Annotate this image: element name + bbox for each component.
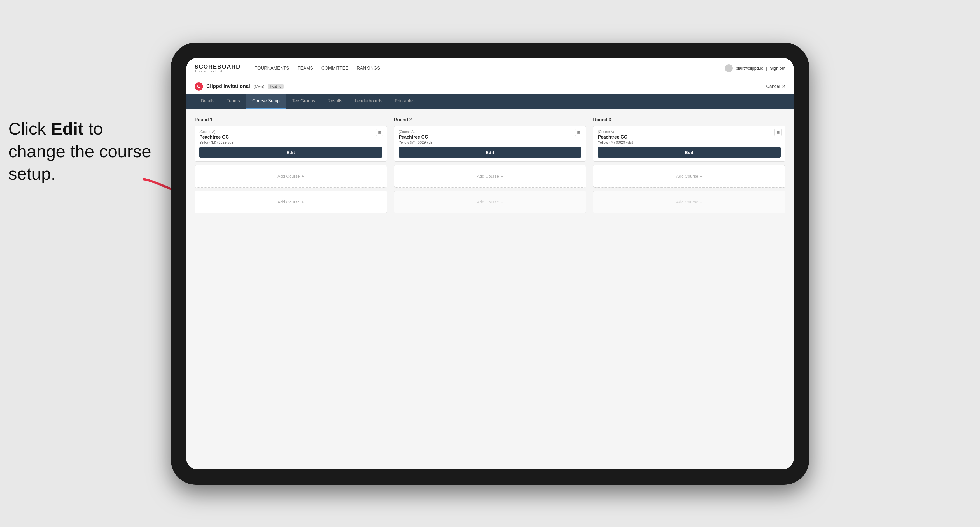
plus-icon-r3-1: + — [700, 174, 703, 179]
round-2-add-course-2: Add Course + — [394, 191, 586, 213]
plus-icon-r2-1: + — [501, 174, 503, 179]
tab-details[interactable]: Details — [195, 94, 221, 109]
nav-links: TOURNAMENTS TEAMS COMMITTEE RANKINGS — [255, 66, 714, 71]
tablet-shell: SCOREBOARD Powered by clippd TOURNAMENTS… — [171, 43, 809, 485]
round-1-course-detail: Yellow (M) (6629 yds) — [199, 140, 382, 144]
close-icon: ✕ — [782, 84, 785, 89]
sub-header-left: C Clippd Invitational (Men) Hosting — [195, 82, 284, 90]
top-navigation: SCOREBOARD Powered by clippd TOURNAMENTS… — [186, 58, 794, 79]
nav-user-area: blair@clippd.io | Sign out — [725, 64, 785, 72]
rounds-grid: Round 1 ⊟ (Course A) Peachtree GC Yellow… — [195, 117, 785, 217]
plus-icon-r3-2: + — [700, 200, 703, 204]
round-3-delete-button[interactable]: ⊟ — [775, 129, 782, 136]
nav-tournaments[interactable]: TOURNAMENTS — [255, 66, 289, 71]
round-1-edit-button[interactable]: Edit — [199, 147, 382, 157]
annotation-text: Click Edit to change the course setup. — [8, 117, 154, 185]
cancel-button[interactable]: Cancel ✕ — [766, 84, 785, 89]
round-1-add-course-1[interactable]: Add Course + — [195, 165, 387, 187]
round-1-add-course-2-label: Add Course — [277, 200, 300, 204]
round-2-course-label: (Course A) — [399, 130, 582, 134]
tab-tee-groups[interactable]: Tee Groups — [286, 94, 321, 109]
round-2-column: Round 2 ⊟ (Course A) Peachtree GC Yellow… — [394, 117, 586, 217]
round-3-edit-button[interactable]: Edit — [598, 147, 781, 157]
tab-printables[interactable]: Printables — [389, 94, 421, 109]
main-content: Round 1 ⊟ (Course A) Peachtree GC Yellow… — [186, 109, 794, 469]
round-2-add-course-2-label: Add Course — [477, 200, 499, 204]
round-3-course-detail: Yellow (M) (6629 yds) — [598, 140, 781, 144]
round-3-course-card: ⊟ (Course A) Peachtree GC Yellow (M) (66… — [593, 125, 785, 162]
round-1-course-label: (Course A) — [199, 130, 382, 134]
round-2-edit-button[interactable]: Edit — [399, 147, 582, 157]
nav-teams[interactable]: TEAMS — [298, 66, 313, 71]
tournament-gender: (Men) — [253, 84, 264, 89]
round-1-column: Round 1 ⊟ (Course A) Peachtree GC Yellow… — [195, 117, 387, 217]
round-2-course-name: Peachtree GC — [399, 135, 582, 140]
round-2-title: Round 2 — [394, 117, 586, 122]
round-3-course-label: (Course A) — [598, 130, 781, 134]
round-1-add-course-2[interactable]: Add Course + — [195, 191, 387, 213]
round-1-course-card: ⊟ (Course A) Peachtree GC Yellow (M) (66… — [195, 125, 387, 162]
logo-subtitle: Powered by clippd — [195, 70, 240, 73]
round-3-add-course-1[interactable]: Add Course + — [593, 165, 785, 187]
round-2-delete-button[interactable]: ⊟ — [575, 129, 582, 136]
tablet-screen: SCOREBOARD Powered by clippd TOURNAMENTS… — [186, 58, 794, 469]
round-2-course-detail: Yellow (M) (6629 yds) — [399, 140, 582, 144]
round-1-add-course-1-label: Add Course — [277, 174, 300, 179]
round-3-add-course-2: Add Course + — [593, 191, 785, 213]
round-2-add-course-1[interactable]: Add Course + — [394, 165, 586, 187]
plus-icon-r1-2: + — [302, 200, 304, 204]
round-1-course-name: Peachtree GC — [199, 135, 382, 140]
round-3-column: Round 3 ⊟ (Course A) Peachtree GC Yellow… — [593, 117, 785, 217]
nav-committee[interactable]: COMMITTEE — [321, 66, 348, 71]
round-3-course-name: Peachtree GC — [598, 135, 781, 140]
round-3-add-course-2-label: Add Course — [676, 200, 698, 204]
round-2-add-course-1-label: Add Course — [477, 174, 499, 179]
tab-course-setup[interactable]: Course Setup — [246, 94, 286, 109]
tab-bar: Details Teams Course Setup Tee Groups Re… — [186, 94, 794, 109]
round-3-title: Round 3 — [593, 117, 785, 122]
user-email: blair@clippd.io — [735, 66, 763, 70]
tournament-name: Clippd Invitational — [206, 83, 250, 89]
clippd-icon: C — [195, 82, 203, 90]
sign-out-button[interactable]: Sign out — [770, 66, 785, 70]
tab-leaderboards[interactable]: Leaderboards — [348, 94, 389, 109]
user-avatar — [725, 64, 733, 72]
round-2-course-card: ⊟ (Course A) Peachtree GC Yellow (M) (66… — [394, 125, 586, 162]
logo-title: SCOREBOARD — [195, 63, 240, 70]
round-1-delete-button[interactable]: ⊟ — [376, 129, 383, 136]
round-1-title: Round 1 — [195, 117, 387, 122]
tab-teams[interactable]: Teams — [221, 94, 246, 109]
plus-icon-r1-1: + — [302, 174, 304, 179]
scoreboard-logo: SCOREBOARD Powered by clippd — [195, 63, 240, 73]
plus-icon-r2-2: + — [501, 200, 503, 204]
round-3-add-course-1-label: Add Course — [676, 174, 698, 179]
tab-results[interactable]: Results — [321, 94, 348, 109]
nav-rankings[interactable]: RANKINGS — [357, 66, 380, 71]
separator: | — [766, 66, 767, 70]
hosting-badge: Hosting — [268, 84, 284, 89]
sub-header: C Clippd Invitational (Men) Hosting Canc… — [186, 79, 794, 94]
